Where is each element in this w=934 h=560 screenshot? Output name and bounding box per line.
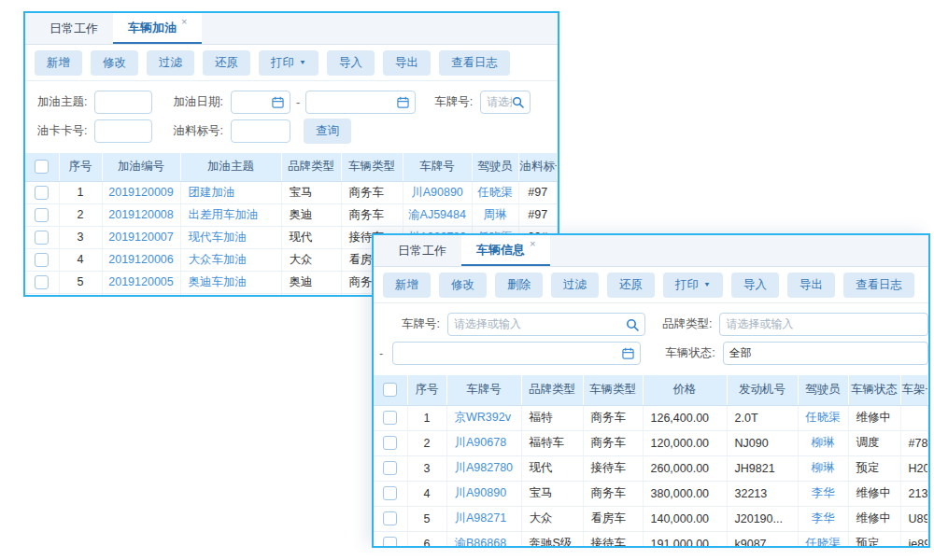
close-icon[interactable]: ×: [530, 239, 535, 249]
cell-plate[interactable]: 川A98271: [446, 506, 521, 531]
row-checkbox[interactable]: [35, 208, 49, 222]
refuel-toolbar: 新增 修改 过滤 还原 打印▼ 导入 导出 查看日志: [25, 45, 558, 81]
cell-price: 120,000.00: [643, 430, 727, 455]
info-brand-input[interactable]: 请选择或输入: [719, 313, 928, 336]
info-status-label: 车辆状态:: [665, 345, 715, 361]
cell-topic[interactable]: 团建加油: [180, 181, 281, 203]
refuel-topic-input[interactable]: [94, 91, 152, 114]
cell-frame: H201...: [900, 455, 928, 481]
cell-topic[interactable]: 大众车加油: [180, 248, 281, 271]
cell-plate[interactable]: 川A90678: [446, 430, 521, 455]
cell-status: 维修中: [848, 506, 900, 531]
row-checkbox[interactable]: [383, 411, 397, 425]
select-all-checkbox[interactable]: [383, 383, 397, 397]
info-date-end-input[interactable]: [392, 342, 641, 365]
cell-driver[interactable]: 柳琳: [798, 455, 848, 481]
tab-vehicle-info[interactable]: 车辆信息 ×: [461, 235, 550, 266]
row-checkbox[interactable]: [383, 461, 397, 475]
cell-price: 126,400.00: [643, 405, 727, 430]
cell-driver[interactable]: 任晓渠: [798, 405, 848, 430]
info-plate-input[interactable]: 请选择或输入: [447, 313, 645, 336]
select-all-checkbox[interactable]: [35, 160, 49, 174]
table-row: 3 川A982780 现代 接待车 260,000.00 JH9821 柳琳 预…: [374, 455, 928, 481]
refuel-plate-input[interactable]: 请选择或输入: [480, 91, 531, 114]
cell-price: 380,000.00: [643, 481, 727, 506]
export-button[interactable]: 导出: [787, 273, 835, 298]
reset-button[interactable]: 还原: [607, 273, 655, 298]
table-row: 5 川A98271 大众 看房车 140,000.00 J20190... 李华…: [374, 506, 928, 531]
add-button[interactable]: 新增: [383, 273, 431, 298]
export-button[interactable]: 导出: [383, 50, 431, 76]
reset-button[interactable]: 还原: [203, 50, 250, 76]
cell-brand: 奔驰S级: [521, 531, 583, 548]
edit-button[interactable]: 修改: [91, 50, 138, 76]
cell-refuel-no[interactable]: 2019120006: [102, 248, 180, 271]
cell-topic[interactable]: 现代车加油: [180, 226, 281, 248]
row-checkbox[interactable]: [35, 231, 49, 245]
cell-vtype: 商务车: [341, 181, 403, 203]
cell-seq: 6: [59, 293, 102, 297]
cell-plate[interactable]: 渝AJ59484: [403, 203, 472, 226]
col-seq: 序号: [59, 153, 102, 182]
tab-daily-work[interactable]: 日常工作: [35, 13, 113, 44]
print-button[interactable]: 打印▼: [259, 50, 318, 76]
row-checkbox[interactable]: [35, 186, 49, 200]
cell-vtype: 接待车: [583, 531, 643, 548]
info-status-select[interactable]: 全部: [723, 342, 928, 365]
edit-button[interactable]: 修改: [439, 273, 487, 298]
cell-driver[interactable]: 任晓渠: [798, 531, 848, 548]
cell-refuel-no[interactable]: 2019120004: [102, 293, 180, 297]
query-button[interactable]: 查询: [304, 119, 351, 144]
cell-refuel-no[interactable]: 2019120007: [102, 226, 180, 248]
cell-refuel-no[interactable]: 2019120009: [102, 181, 180, 203]
add-button[interactable]: 新增: [35, 50, 82, 76]
cell-plate[interactable]: 川A90890: [403, 181, 472, 203]
cell-driver[interactable]: 任晓渠: [472, 181, 518, 203]
info-tabbar: 日常工作 车辆信息 ×: [374, 235, 928, 267]
cell-plate[interactable]: 川A982780: [446, 455, 521, 481]
table-row: 4 川A90890 宝马 商务车 380,000.00 32213 李华 维修中…: [374, 481, 928, 506]
cell-driver[interactable]: 周琳: [472, 203, 518, 226]
import-button[interactable]: 导入: [731, 273, 779, 298]
filter-button[interactable]: 过滤: [551, 273, 599, 298]
cell-topic[interactable]: 宝马车加油: [180, 293, 281, 297]
cell-refuel-no[interactable]: 2019120008: [102, 203, 180, 226]
tab-daily-work[interactable]: 日常工作: [383, 235, 461, 266]
cell-driver[interactable]: 李华: [798, 481, 848, 506]
cell-refuel-no[interactable]: 2019120005: [102, 271, 180, 293]
col-vtype: 车辆类型: [583, 375, 643, 406]
cell-plate[interactable]: 川A90890: [446, 481, 521, 506]
date-range-dash: -: [296, 96, 300, 109]
col-plate: 车牌号: [446, 375, 521, 406]
col-driver: 驾驶员: [798, 375, 848, 406]
row-checkbox[interactable]: [383, 436, 397, 450]
col-brand: 品牌类型: [281, 153, 341, 182]
filter-button[interactable]: 过滤: [147, 50, 194, 76]
view-log-button[interactable]: 查看日志: [439, 50, 510, 76]
cell-driver[interactable]: 柳琳: [798, 430, 848, 455]
cell-brand: 宝马: [281, 181, 341, 203]
delete-button[interactable]: 删除: [495, 273, 543, 298]
close-icon[interactable]: ×: [181, 17, 187, 27]
import-button[interactable]: 导入: [327, 50, 375, 76]
tab-vehicle-refuel[interactable]: 车辆加油 ×: [113, 13, 202, 44]
row-checkbox[interactable]: [383, 511, 397, 525]
cell-status: 维修中: [848, 481, 900, 506]
cell-topic[interactable]: 出差用车加油: [180, 203, 281, 226]
refuel-date-end-input[interactable]: [305, 91, 416, 114]
table-row: 2 川A90678 福特车 商务车 120,000.00 NJ090 柳琳 调度…: [374, 430, 928, 455]
row-checkbox[interactable]: [383, 486, 397, 500]
row-checkbox[interactable]: [35, 275, 49, 289]
print-button[interactable]: 打印▼: [663, 273, 723, 298]
cell-driver[interactable]: 李华: [798, 506, 848, 531]
row-checkbox[interactable]: [383, 537, 397, 548]
cell-plate[interactable]: 京WR392v: [446, 405, 521, 430]
cell-brand: 大众: [281, 248, 341, 271]
cell-plate[interactable]: 渝B86868: [446, 531, 521, 548]
cell-topic[interactable]: 奥迪车加油: [180, 271, 281, 293]
row-checkbox[interactable]: [35, 253, 49, 267]
refuel-card-input[interactable]: [94, 119, 152, 143]
refuel-fuelno-input[interactable]: [231, 119, 290, 143]
view-log-button[interactable]: 查看日志: [843, 273, 914, 298]
refuel-date-start-input[interactable]: [231, 91, 290, 114]
